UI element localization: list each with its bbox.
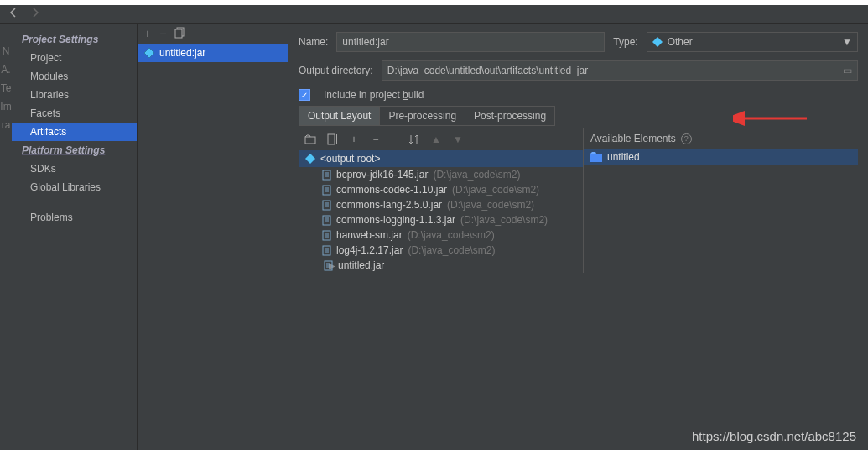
artifact-item[interactable]: untitled:jar: [138, 44, 288, 62]
type-value: Other: [668, 36, 693, 48]
type-dropdown[interactable]: Other ▼: [647, 32, 858, 52]
output-root[interactable]: <output root>: [299, 150, 583, 167]
down-icon[interactable]: ▼: [451, 133, 465, 146]
sidebar-item-problems[interactable]: Problems: [12, 208, 137, 227]
remove-icon[interactable]: −: [369, 133, 382, 146]
jar-icon: [322, 185, 331, 196]
available-elements-pane: Available Elements ? untitled: [584, 128, 858, 273]
tree-item[interactable]: bcprov-jdk16-145.jar (D:\java_code\sm2): [299, 167, 583, 182]
jar-icon: [322, 215, 331, 226]
tree-item[interactable]: commons-lang-2.5.0.jar (D:\java_code\sm2…: [299, 197, 583, 212]
forward-icon[interactable]: [30, 8, 40, 20]
project-settings-heading: Project Settings: [12, 30, 137, 49]
available-module[interactable]: untitled: [584, 149, 858, 165]
svg-rect-4: [328, 134, 335, 144]
type-label: Type:: [613, 36, 637, 48]
new-folder-icon[interactable]: [304, 133, 317, 146]
jar-icon: [322, 170, 331, 181]
include-build-label: Include in project build: [324, 89, 424, 101]
help-icon[interactable]: ?: [681, 133, 692, 144]
sidebar-item-modules[interactable]: Modules: [12, 67, 137, 86]
jar-icon: [322, 245, 331, 256]
watermark: https://blog.csdn.net/abc8125: [692, 429, 856, 443]
artifact-icon: [652, 37, 663, 47]
platform-settings-heading: Platform Settings: [12, 141, 137, 160]
tab-pre-processing[interactable]: Pre-processing: [380, 107, 465, 125]
sidebar-item-facets[interactable]: Facets: [12, 104, 137, 123]
artifact-icon: [305, 154, 315, 164]
tree-item[interactable]: ▶untitled.jar: [299, 258, 583, 273]
include-build-checkbox[interactable]: ✓: [299, 89, 310, 101]
tool-window-bar: NA.TeImra: [0, 24, 12, 450]
svg-rect-34: [590, 154, 602, 162]
tree-item[interactable]: commons-codec-1.10.jar (D:\java_code\sm2…: [299, 182, 583, 197]
svg-rect-1: [175, 29, 182, 38]
svg-rect-5: [336, 134, 337, 144]
tab-output-layout[interactable]: Output Layout: [299, 107, 380, 125]
sidebar-item-project[interactable]: Project: [12, 49, 137, 67]
tree-item[interactable]: log4j-1.2.17.jar (D:\java_code\sm2): [299, 243, 583, 258]
copy-icon[interactable]: [174, 27, 186, 41]
back-icon[interactable]: [8, 8, 18, 20]
nav-bar: [0, 5, 868, 24]
sidebar-item-artifacts[interactable]: Artifacts: [12, 123, 137, 141]
tab-post-processing[interactable]: Post-processing: [465, 107, 554, 125]
browse-icon[interactable]: ▭: [843, 65, 852, 76]
artifact-editor: Name: Type: Other ▼ Output directory: D:…: [288, 24, 868, 450]
artifact-list: + − untitled:jar: [138, 24, 288, 450]
module-icon: [590, 152, 602, 162]
jar-icon: [322, 230, 331, 241]
remove-icon[interactable]: −: [159, 27, 166, 40]
new-file-icon[interactable]: [325, 133, 339, 146]
sidebar-item-sdks[interactable]: SDKs: [12, 160, 137, 178]
annotation-arrow: [733, 111, 808, 126]
settings-sidebar: Project Settings Project Modules Librari…: [12, 24, 138, 450]
output-layout-pane: + − ▲ ▼ <output root> bcprov-jdk16-145.j…: [299, 128, 584, 273]
output-dir-value: D:\java_code\untitled\out\artifacts\unti…: [387, 65, 588, 76]
svg-rect-3: [305, 137, 315, 144]
artifact-label: untitled:jar: [159, 47, 205, 59]
name-label: Name:: [299, 36, 328, 48]
sidebar-item-global-libraries[interactable]: Global Libraries: [12, 178, 137, 196]
tree-item[interactable]: commons-logging-1.1.3.jar (D:\java_code\…: [299, 212, 583, 228]
up-icon[interactable]: ▲: [429, 133, 443, 146]
output-dir-input[interactable]: D:\java_code\untitled\out\artifacts\unti…: [382, 60, 858, 81]
sidebar-item-libraries[interactable]: Libraries: [12, 86, 137, 104]
jar-icon: [324, 260, 333, 271]
jar-icon: [322, 200, 331, 211]
artifact-icon: [144, 48, 154, 58]
tree-item[interactable]: hanweb-sm.jar (D:\java_code\sm2): [299, 228, 583, 243]
add-icon[interactable]: +: [347, 133, 361, 146]
sort-icon[interactable]: [408, 133, 421, 146]
available-elements-label: Available Elements: [590, 133, 676, 144]
layout-tabs: Output Layout Pre-processing Post-proces…: [299, 106, 555, 126]
name-input[interactable]: [336, 32, 605, 52]
chevron-down-icon: ▼: [842, 36, 852, 48]
output-dir-label: Output directory:: [299, 65, 373, 76]
add-icon[interactable]: +: [144, 27, 151, 40]
